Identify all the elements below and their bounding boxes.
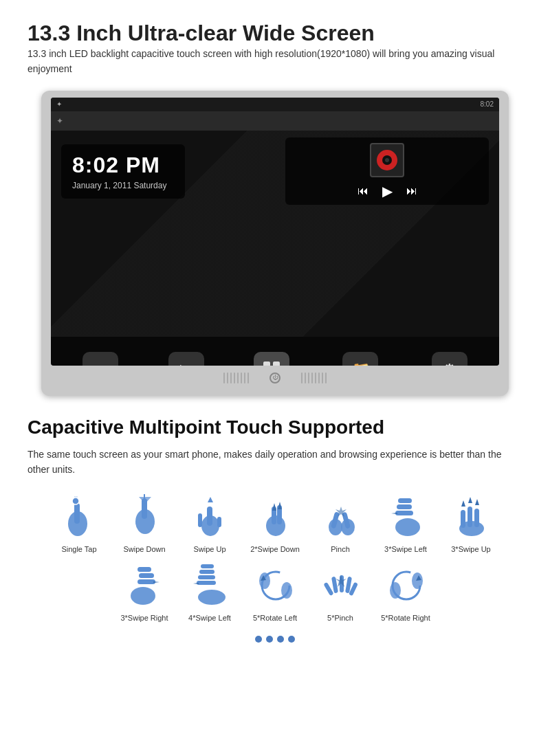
apps-icon	[254, 352, 289, 366]
svg-rect-9	[207, 507, 212, 526]
svg-point-47	[259, 572, 270, 589]
swipe-down-label: Swipe Down	[123, 545, 165, 553]
gesture-single-tap: ◦◦ Single Tap	[50, 491, 109, 553]
gesture-3swipe-right: 3*Swipe Right	[116, 560, 174, 622]
gesture-4swipe-left: 4*Swipe Left	[181, 560, 239, 622]
5rotate-right-icon	[384, 560, 428, 608]
top-bar: ✦	[51, 111, 499, 131]
status-bar: ✦ 8:02	[51, 98, 499, 111]
5pinch-label: 5*Pinch	[327, 614, 353, 622]
prev-button[interactable]: ⏮	[358, 185, 368, 197]
svg-point-35	[131, 587, 155, 605]
gesture-5rotate-right: 5*Rotate Right	[377, 560, 435, 622]
svg-rect-42	[198, 575, 215, 579]
play-button[interactable]: ▶	[382, 183, 393, 199]
left-vent	[223, 373, 249, 383]
5rotate-left-label: 5*Rotate Left	[253, 614, 297, 622]
page-title: 13.3 Inch Ultra-clear Wide Screen	[28, 21, 522, 46]
svg-point-48	[281, 582, 292, 599]
dot-2	[266, 636, 273, 643]
status-time: 8:02	[481, 100, 494, 108]
touch-section-desc: The same touch screen as your smart phon…	[28, 447, 522, 478]
right-vent	[301, 373, 327, 383]
settings-status-icon: ✦	[56, 100, 62, 108]
svg-rect-41	[197, 581, 216, 585]
gesture-5pinch: 5*Pinch	[311, 560, 370, 622]
svg-rect-37	[139, 573, 154, 578]
gestures-grid: ◦◦ Single Tap Swipe Down	[28, 491, 522, 622]
album-art-record	[377, 150, 397, 170]
3swipe-right-label: 3*Swipe Right	[120, 614, 168, 622]
next-button[interactable]: ⏭	[406, 185, 417, 197]
svg-marker-33	[468, 497, 472, 503]
clock-time: 8:02 PM	[72, 153, 174, 178]
3swipe-right-icon	[122, 560, 167, 608]
power-button[interactable]: ⏻	[270, 373, 280, 383]
app-settings[interactable]: ⚙ Settings	[432, 352, 468, 366]
music-widget: ⏮ ▶ ⏭	[285, 137, 489, 205]
app-video[interactable]: ▶ Video	[168, 352, 204, 366]
device-screen: ✦ 8:02 ✦ 8:02 PM January 1, 2011 Saturda…	[51, 98, 499, 366]
pinch-label: Pinch	[331, 545, 350, 553]
svg-rect-31	[474, 509, 479, 527]
svg-marker-45	[193, 583, 199, 584]
touch-section: Capacitive Multipoint Touch Supported Th…	[28, 416, 522, 643]
gesture-3swipe-left: 3*Swipe Left	[377, 491, 435, 553]
svg-rect-36	[138, 579, 155, 584]
apps-row: ♪ Music ▶ Video	[51, 337, 499, 366]
svg-rect-38	[138, 567, 151, 572]
svg-marker-34	[475, 499, 479, 505]
settings-icon: ⚙	[432, 352, 468, 366]
2swipe-down-icon	[253, 491, 298, 540]
swipe-down-icon	[122, 491, 167, 540]
media-controls[interactable]: ⏮ ▶ ⏭	[358, 183, 417, 199]
gesture-swipe-down: Swipe Down	[116, 491, 174, 553]
clock-date: January 1, 2011 Saturday	[72, 181, 174, 190]
app-file-explorer[interactable]: 📁 File Explorer	[340, 352, 382, 366]
svg-point-40	[198, 590, 226, 605]
5pinch-icon	[318, 560, 363, 608]
svg-text:◦◦: ◦◦	[74, 494, 78, 499]
header-description: 13.3 inch LED backlight capacitive touch…	[28, 46, 522, 77]
svg-rect-44	[201, 564, 214, 568]
svg-point-57	[412, 572, 423, 589]
svg-rect-29	[461, 510, 465, 528]
svg-rect-26	[398, 498, 412, 503]
album-art	[370, 143, 404, 177]
svg-rect-10	[198, 513, 202, 527]
svg-rect-24	[395, 511, 413, 515]
svg-rect-30	[468, 507, 472, 527]
left-panel: 8:02 PM January 1, 2011 Saturday	[51, 131, 275, 337]
3swipe-up-icon	[449, 491, 494, 540]
3swipe-left-label: 3*Swipe Left	[384, 545, 427, 553]
svg-rect-25	[397, 504, 412, 509]
svg-marker-27	[391, 513, 397, 514]
svg-point-23	[395, 518, 420, 536]
2swipe-down-label: 2*Swipe Down	[250, 545, 300, 553]
gesture-5rotate-left: 5*Rotate Left	[246, 560, 305, 622]
screen-main-content: 8:02 PM January 1, 2011 Saturday ⏮ ▶ ⏭	[51, 131, 499, 337]
4swipe-left-label: 4*Swipe Left	[188, 614, 231, 622]
svg-rect-43	[199, 570, 214, 574]
svg-marker-12	[208, 497, 213, 502]
dots-indicator	[28, 636, 522, 643]
4swipe-left-icon	[188, 560, 232, 608]
music-icon: ♪	[82, 352, 118, 366]
gesture-2swipe-down: 2*Swipe Down	[246, 491, 305, 553]
swipe-up-icon	[188, 491, 232, 540]
pinch-icon	[318, 491, 363, 540]
svg-rect-50	[323, 582, 333, 596]
svg-rect-1	[74, 503, 80, 524]
5rotate-right-label: 5*Rotate Right	[381, 614, 430, 622]
dot-4	[288, 636, 295, 643]
video-icon: ▶	[168, 352, 204, 366]
app-music[interactable]: ♪ Music	[82, 352, 118, 366]
swipe-up-label: Swipe Up	[193, 545, 226, 553]
right-panel: ⏮ ▶ ⏭	[275, 131, 499, 337]
top-bar-settings-icon: ✦	[56, 116, 63, 126]
device-container: ✦ 8:02 ✦ 8:02 PM January 1, 2011 Saturda…	[28, 91, 522, 396]
app-apps[interactable]: Apps	[254, 352, 289, 366]
svg-marker-32	[461, 500, 465, 507]
svg-rect-51	[331, 577, 338, 594]
touch-section-title: Capacitive Multipoint Touch Supported	[28, 416, 522, 438]
